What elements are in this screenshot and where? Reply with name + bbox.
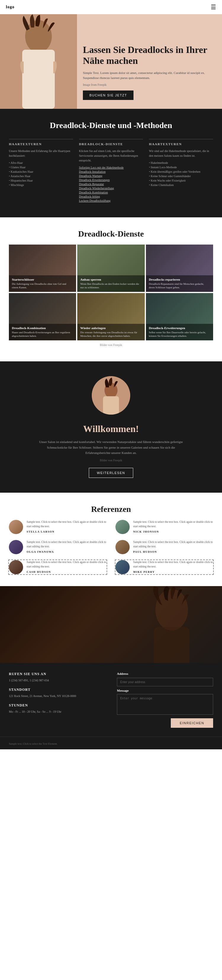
ref-name: PAUL HUDSON	[133, 550, 213, 553]
svg-rect-2	[22, 50, 55, 109]
services-grid-title: Dreadlock-Dienste	[9, 229, 213, 239]
ref-quote: Sample text. Click to select the text bo…	[133, 520, 213, 529]
service-link[interactable]: Dreadlock-felting	[79, 194, 143, 199]
col-hair-textures-1: HAARTEXTUREN Unsere Methoden und Erfahru…	[9, 139, 73, 202]
col-dreadlock-services: DREADLOCK-DIENSTE Klicken Sie auf einen …	[79, 139, 143, 202]
ref-avatar	[9, 560, 23, 574]
ref-quote: Sample text. Click to select the text bo…	[27, 560, 107, 569]
service-card-title: Dreadlock-Kombination	[12, 326, 73, 330]
list-item: Mischlinge	[9, 183, 73, 187]
service-link[interactable]: Dreadlock-Wartung	[79, 173, 143, 178]
ref-name: MIKE PERRY	[133, 570, 213, 573]
services-methods-section: Dreadlock-Dienste und -Methoden HAARTEXT…	[0, 109, 222, 217]
service-card[interactable]: Dreadlocks reparieren Dreadlock-Reparatu…	[146, 245, 213, 292]
services-grid-section: Dreadlock-Dienste Starterschlösser Die A…	[0, 217, 222, 361]
col2-links: Sofortige Locs mit der HakelmethodeDread…	[79, 165, 143, 202]
service-card-desc: Die erneute Anbringung von Dreadlocks is…	[80, 331, 142, 338]
service-link[interactable]: Lockere Dreadlocksüftung	[79, 199, 143, 202]
navigation: logo ☰	[0, 0, 222, 14]
ref-text: Sample text. Click to select the text bo…	[133, 540, 213, 553]
list-item: Keine Schnur oder Gummibänder	[149, 174, 213, 178]
hero-content: Lassen Sie Dreadlocks in Ihrer Nähe mach…	[77, 35, 222, 109]
ref-quote: Sample text. Click to select the text bo…	[133, 540, 213, 549]
service-card-desc: Dreadlock-Reparaturen sind für Menschen …	[149, 282, 210, 290]
testimonial-item: Sample text. Click to select the text bo…	[9, 540, 107, 554]
service-card-overlay: Starterschlösser Die Anbringung von Drea…	[9, 275, 76, 292]
service-card[interactable]: Anbau sperren Wenn Ihre Dreadlocks an de…	[77, 245, 144, 292]
list-item: Asiatisches Haar	[9, 174, 73, 178]
footer-right: Address Message EINREICHEN	[117, 672, 213, 728]
address-input[interactable]	[117, 678, 213, 686]
service-card-overlay: Dreadlock-Erweiterungen Selbst wenn Sie …	[146, 324, 213, 340]
message-input[interactable]	[117, 694, 213, 715]
book-button[interactable]: BUCHEN SIE JETZT	[83, 91, 134, 100]
service-card[interactable]: Starterschlösser Die Anbringung von Drea…	[9, 245, 76, 292]
ref-avatar	[115, 560, 129, 574]
col-hair-textures-2: HAARTEXTUREN Wir sind auf die Hakelmetho…	[149, 139, 213, 202]
col3-heading: HAARTEXTUREN	[149, 139, 213, 146]
references-section: Referenzen Sample text. Click to select …	[0, 493, 222, 586]
address-text: 121 Rock Street, 21 Avenue, New York, NY…	[9, 694, 105, 698]
ref-avatar	[115, 520, 129, 534]
service-card-title: Dreadlocks reparieren	[149, 278, 210, 281]
footer-section: Rufen Sie uns an 1 (234) 567-891, 1 (234…	[0, 586, 222, 749]
menu-icon[interactable]: ☰	[211, 3, 216, 11]
hero-image	[0, 14, 77, 109]
address-title: Standort	[9, 687, 105, 692]
col2-heading: DREADLOCK-DIENSTE	[79, 139, 143, 146]
service-card-title: Starterschlösser	[12, 278, 73, 281]
service-link[interactable]: Sofortige Locs mit der Hakelmethode	[79, 165, 143, 169]
service-card-desc: Die Anbringung von Dreadlocks ohne tote …	[12, 282, 73, 290]
ref-quote: Sample text. Click to select the text bo…	[27, 520, 107, 529]
service-link[interactable]: Dreadlock-Reparatur	[79, 182, 143, 186]
hero-section: Lassen Sie Dreadlocks in Ihrer Nähe mach…	[0, 14, 222, 109]
ref-text: Sample text. Click to select the text bo…	[133, 560, 213, 573]
welcome-title: Willkommen!	[9, 423, 213, 434]
col2-intro: Klicken Sie auf einen Link, um die spezi…	[79, 149, 143, 163]
footer-bottom: Sample text. Click to select the Text El…	[0, 737, 222, 749]
service-card[interactable]: Dreadlock-Erweiterungen Selbst wenn Sie …	[146, 293, 213, 340]
ref-text: Sample text. Click to select the text bo…	[27, 560, 107, 573]
ref-quote: Sample text. Click to select the text bo…	[27, 540, 107, 549]
service-card[interactable]: Wieder anbringen Die erneute Anbringung …	[77, 293, 144, 340]
service-card-overlay: Dreadlocks reparieren Dreadlock-Reparatu…	[146, 275, 213, 292]
col3-intro: Wir sind auf die Hakelmethode spezialisi…	[149, 149, 213, 158]
list-item: Keine Chemikalien	[149, 183, 213, 187]
hero-title: Lassen Sie Dreadlocks in Ihrer Nähe mach…	[83, 45, 215, 66]
submit-button[interactable]: EINREICHEN	[171, 718, 213, 728]
footer-background	[0, 586, 222, 663]
phone-section: Rufen Sie uns an 1 (234) 567-891, 1 (234…	[9, 672, 105, 683]
welcome-image-credit: Bilder von Freepik	[9, 459, 213, 462]
service-card-overlay: Wieder anbringen Die erneute Anbringung …	[77, 324, 144, 340]
read-more-button[interactable]: WEITERLESEN	[89, 468, 133, 478]
service-card[interactable]: Dreadlock-Kombination Haare und Dreadloc…	[9, 293, 76, 340]
list-item: Instant Locs-Methode	[149, 165, 213, 169]
service-card-title: Wieder anbringen	[80, 326, 142, 330]
svg-rect-5	[103, 396, 119, 415]
welcome-text: Unser Salon ist einladend und komfortabe…	[37, 439, 185, 456]
list-item: Kaukasisches Haar	[9, 169, 73, 174]
hours-section: Stunden Mo - Fr ... 10 - 20 Uhr, Sa - So…	[9, 703, 105, 714]
footer-left: Rufen Sie uns an 1 (234) 567-891, 1 (234…	[9, 672, 105, 728]
service-card-title: Anbau sperren	[80, 278, 142, 281]
service-link[interactable]: Dreadlock-Erweiterungen	[79, 178, 143, 182]
service-card-desc: Haare und Dreadlock-Erweiterungen an Ihr…	[12, 331, 73, 338]
welcome-avatar	[92, 376, 130, 415]
ref-name: CASH HUDSON	[27, 570, 107, 573]
service-link[interactable]: Dreadlock-Kombination	[79, 190, 143, 194]
list-item: Glattes Haar	[9, 165, 73, 169]
list-item: Kein Wachs oder Fixierigkeit	[149, 178, 213, 183]
service-link[interactable]: Dreadlock-Installation	[79, 169, 143, 173]
hero-body: Simple Text. Lorem ipsum dolor sit amet,…	[83, 70, 215, 81]
list-item: Hispanisches Haar	[9, 178, 73, 183]
phone-number: 1 (234) 567-891, 1 (234) 987-034	[9, 678, 105, 683]
list-item: Afro-Haar	[9, 161, 73, 165]
col1-heading: HAARTEXTUREN	[9, 139, 73, 146]
phone-title: Rufen Sie uns an	[9, 672, 105, 676]
ref-avatar	[9, 540, 23, 554]
service-card-desc: Wenn Ihre Dreadlocks an den Enden locker…	[80, 282, 142, 290]
three-column-layout: HAARTEXTUREN Unsere Methoden und Erfahru…	[9, 139, 213, 202]
testimonial-item: Sample text. Click to select the text bo…	[115, 540, 213, 554]
message-label: Message	[117, 689, 213, 692]
service-link[interactable]: Dreadlock-Wiederherstellung	[79, 186, 143, 190]
